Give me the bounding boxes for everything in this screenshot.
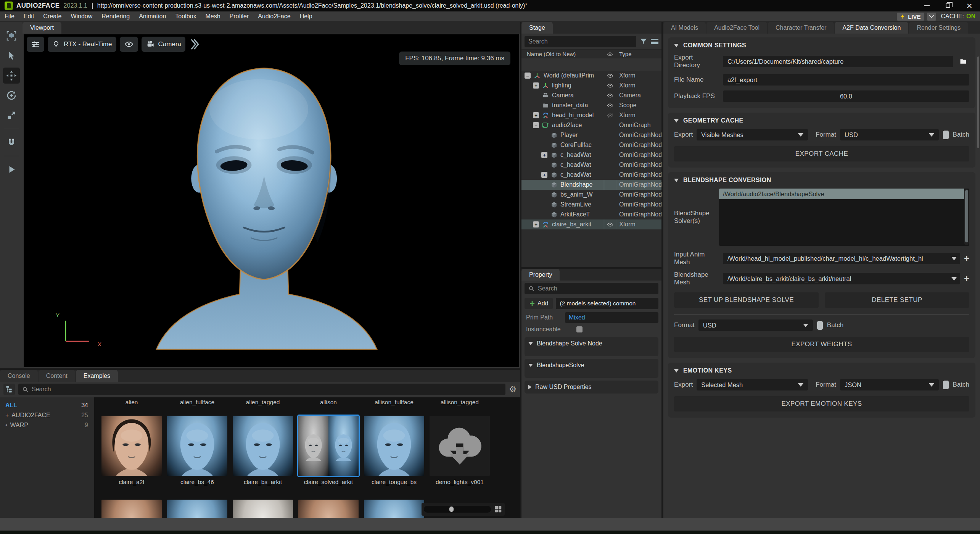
export-cache-button[interactable]: EXPORT CACHE [674, 146, 969, 161]
visibility-cell[interactable] [604, 150, 616, 160]
example-label[interactable]: allison_fullface [361, 399, 427, 406]
stage-row-c-headwat[interactable]: +c_headWatOmniGraphNode [521, 170, 661, 180]
tab-a2f-data-conversion[interactable]: A2F Data Conversion [835, 22, 908, 34]
panel-scrollbar[interactable] [977, 56, 979, 148]
thumbnail-tile[interactable] [430, 416, 490, 476]
common-settings-header[interactable]: COMMON SETTINGS [674, 42, 969, 49]
tool-rotate-button[interactable] [3, 87, 20, 103]
stage-row-corefullfac[interactable]: CoreFullfacOmniGraphNode [521, 140, 661, 150]
visibility-cell[interactable] [604, 160, 616, 170]
stage-row-bs-anim-w[interactable]: bs_anim_WOmniGraphNode [521, 190, 661, 200]
expander-minus-icon[interactable]: – [525, 73, 531, 79]
input-anim-mesh-combo[interactable]: /World/head_hi_model_published/char_mode… [723, 253, 960, 264]
example-item-label[interactable]: claire_bs_arkit [244, 479, 282, 486]
example-item-label[interactable]: claire_a2f [119, 479, 144, 486]
live-dropdown-button[interactable] [927, 13, 936, 21]
thumbnail-tile[interactable] [101, 416, 162, 476]
tool-select-bounds-button[interactable] [3, 28, 20, 44]
tool-play-button[interactable] [3, 161, 20, 177]
menu-rendering[interactable]: Rendering [97, 13, 134, 20]
minimize-button[interactable] [916, 0, 937, 11]
add-input-anim-mesh-button[interactable]: + [964, 254, 969, 263]
stage-row-lighting[interactable]: +lightingXform [521, 81, 661, 90]
weights-batch-checkbox[interactable] [817, 321, 823, 330]
visibility-cell[interactable] [604, 210, 616, 219]
blendshape-conversion-header[interactable]: BLENDSHAPE CONVERSION [674, 177, 969, 184]
thumbnail-size-slider[interactable] [424, 506, 491, 513]
visibility-cell[interactable] [604, 71, 616, 81]
playback-fps-input[interactable]: 60.0 [723, 90, 969, 102]
camera-button[interactable]: Camera [142, 37, 185, 52]
emotion-export-dropdown[interactable]: Selected Mesh [697, 379, 808, 390]
geometry-batch-checkbox[interactable] [943, 130, 949, 140]
export-weights-button[interactable]: EXPORT WEIGHTS [674, 337, 969, 352]
thumbnail-tile[interactable] [364, 416, 424, 476]
column-type[interactable]: Type [616, 50, 661, 58]
geometry-export-dropdown[interactable]: Visible Meshes [697, 129, 808, 140]
add-blendshape-mesh-button[interactable]: + [964, 274, 969, 283]
face-3d-model[interactable] [152, 50, 381, 356]
stage-row-c-headwat[interactable]: +c_headWatOmniGraphNode [521, 150, 661, 160]
visibility-cell[interactable] [604, 190, 616, 200]
export-directory-input[interactable]: C:/Users/1/Documents/Kit/shared/capture [723, 56, 953, 67]
viewport-settings-button[interactable] [27, 37, 44, 52]
thumbnail-tile[interactable] [101, 500, 162, 518]
eye-icon[interactable] [607, 102, 614, 109]
blendshape-mesh-combo[interactable]: /World/claire_bs_arkit/claire_bs_arkit/n… [723, 273, 960, 284]
tool-snap-magnet-button[interactable] [3, 134, 20, 150]
viewport-canvas[interactable]: RTX - Real-Time Camera FPS: 106.85, Fram… [24, 34, 519, 367]
list-scrollbar[interactable] [964, 189, 969, 245]
gear-icon[interactable]: ⚙ [509, 384, 517, 394]
thumbnail-tile[interactable] [233, 500, 293, 518]
setup-blendshape-solve-button[interactable]: SET UP BLENDSHAPE SOLVE [674, 292, 819, 308]
selection-summary-dropdown[interactable]: (2 models selected) common [556, 298, 658, 309]
emotion-keys-header[interactable]: EMOTION KEYS [674, 367, 969, 374]
example-item-label[interactable]: claire_solved_arkit [304, 479, 353, 486]
property-search-input[interactable]: Search [525, 283, 658, 294]
geometry-cache-header[interactable]: GEOMETRY CACHE [674, 117, 969, 124]
instanceable-checkbox[interactable] [576, 326, 583, 332]
menu-profiler[interactable]: Profiler [225, 13, 254, 20]
visibility-cell[interactable] [604, 130, 616, 140]
thumbnail-tile[interactable] [298, 416, 359, 476]
tool-move-button[interactable] [3, 68, 20, 84]
export-emotion-keys-button[interactable]: EXPORT EMOTION KEYS [674, 396, 969, 411]
menu-window[interactable]: Window [66, 13, 97, 20]
stage-row-arkitfacet[interactable]: ArkitFaceTOmniGraphNode [521, 210, 661, 219]
tab-audio2face-tool[interactable]: Audio2Face Tool [706, 22, 767, 34]
visibility-cell[interactable] [604, 170, 616, 180]
category-audio2face[interactable]: +AUDIO2FACE25 [0, 410, 94, 420]
grid-view-icon[interactable] [494, 505, 502, 513]
stage-row-blendshape[interactable]: BlendshapeOmniGraphNode [521, 180, 661, 190]
visibility-cell[interactable] [604, 219, 616, 229]
menu-create[interactable]: Create [39, 13, 66, 20]
tab-viewport[interactable]: Viewport [23, 22, 61, 34]
menu-animation[interactable]: Animation [134, 13, 171, 20]
thumbnail-tile[interactable] [364, 500, 424, 518]
stage-row-head-hi-model[interactable]: +head_hi_modelXform [521, 110, 661, 120]
geometry-format-dropdown[interactable]: USD [840, 129, 939, 140]
category-warp[interactable]: •WARP9 [0, 420, 94, 430]
expander-plus-icon[interactable]: + [533, 221, 539, 227]
stage-row-camera[interactable]: CameraCamera [521, 90, 661, 100]
visibility-cell[interactable] [604, 140, 616, 150]
stage-row-world-defaultprim[interactable]: –World (defaultPrimXform [521, 71, 661, 81]
tab-ai-models[interactable]: AI Models [663, 22, 706, 34]
menu-edit[interactable]: Edit [19, 13, 39, 20]
example-item-label[interactable]: demo_lights_v001 [436, 479, 484, 486]
expander-minus-icon[interactable]: – [533, 122, 539, 128]
menu-file[interactable]: File [0, 13, 19, 20]
tab-console[interactable]: Console [0, 370, 38, 382]
restore-button[interactable] [937, 0, 959, 11]
expander-plus-icon[interactable]: + [541, 152, 547, 158]
visibility-cell[interactable] [604, 110, 616, 120]
solver-list-item[interactable]: /World/audio2face/BlendshapeSolve [719, 189, 964, 199]
example-label[interactable]: alien [99, 399, 164, 406]
expander-plus-icon[interactable]: + [541, 172, 547, 178]
visibility-cell[interactable] [604, 180, 616, 190]
expander-plus-icon[interactable]: + [533, 112, 539, 118]
renderer-button[interactable]: RTX - Real-Time [48, 37, 116, 52]
stage-row-claire-bs-arkit[interactable]: +claire_bs_arkitXform [521, 219, 661, 229]
thumbnail-tile[interactable] [167, 500, 227, 518]
thumbnail-tile[interactable] [167, 416, 227, 476]
